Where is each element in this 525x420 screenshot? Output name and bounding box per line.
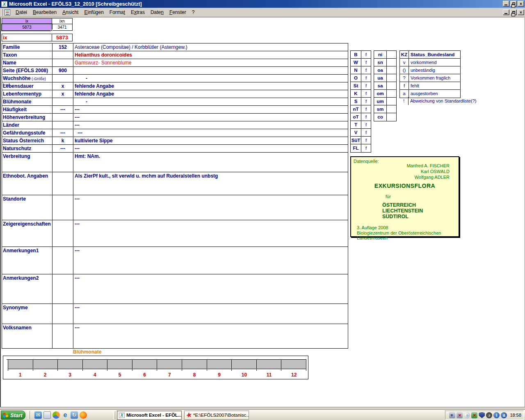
- menu-bearbeiten[interactable]: Bearbeiten: [30, 9, 59, 16]
- bland-row: Of: [351, 74, 371, 82]
- bland-row: Nf: [351, 66, 371, 74]
- excel-task-icon: X: [119, 413, 125, 418]
- row-standorte: Standorte---: [2, 195, 348, 220]
- workbook-icon[interactable]: [5, 9, 10, 16]
- bland-row: Kf: [351, 90, 371, 98]
- quicklaunch-show-desktop-icon[interactable]: [43, 411, 51, 419]
- bar-month-11: [256, 359, 282, 369]
- region-row: sm: [374, 105, 396, 113]
- excel-app-icon: X: [1, 1, 7, 7]
- bar-month-5: [107, 359, 132, 369]
- worksheet[interactable]: ix ixn 5873 3471 ix 5873 Familie152Aster…: [0, 18, 525, 407]
- row-seite: Seite (EFÖLS 2008)900: [2, 67, 348, 75]
- menu-format[interactable]: Format: [107, 9, 128, 16]
- quicklaunch-mail-icon[interactable]: ✉: [34, 411, 42, 419]
- selection-fill-handle[interactable]: [51, 30, 52, 31]
- excel-window: X Microsoft Excel - EFÖLS3_12_2010 [Schr…: [0, 0, 525, 420]
- taskbar-separator: [113, 411, 115, 419]
- ix-display-label[interactable]: ix: [2, 34, 52, 41]
- kz-row: ()unbeständig: [400, 66, 460, 74]
- tray-antivirus-icon[interactable]: ✕: [471, 412, 477, 418]
- region-row: sa: [374, 82, 396, 90]
- ix-header-cell[interactable]: ix: [2, 18, 52, 24]
- region-row: om: [374, 90, 396, 98]
- quicklaunch-firefox-icon[interactable]: [80, 411, 87, 419]
- bar-month-7: [157, 359, 182, 369]
- tray-info-icon[interactable]: i: [493, 412, 500, 418]
- bundesland-status-table: Bf Wf Nf Of Stf Kf Sf nTf oTf Tf Vf SüTf…: [350, 50, 371, 153]
- bland-row: Bf: [351, 51, 371, 59]
- doc-minimize-button[interactable]: [503, 9, 509, 15]
- book-title: EXKURSIONSFLORA: [351, 183, 459, 189]
- ixn-value-cell[interactable]: 3471: [52, 24, 73, 31]
- row-name: NameGamswurz- Sonnenblume: [2, 59, 348, 67]
- bland-row: nTf: [351, 105, 371, 113]
- datenquelle-title: Datenquelle:: [354, 159, 379, 164]
- quicklaunch-internet-explorer-icon[interactable]: e: [62, 411, 69, 419]
- close-button[interactable]: ×: [518, 1, 524, 7]
- bar-month-6: [132, 359, 158, 369]
- quicklaunch-media-player-icon[interactable]: [52, 411, 60, 419]
- taskbar-clock[interactable]: 18:58: [510, 413, 521, 418]
- menu-hilfe[interactable]: ?: [189, 9, 198, 16]
- menu-fenster[interactable]: Fenster: [167, 9, 189, 16]
- tray-magnifier-icon[interactable]: ○: [464, 412, 470, 418]
- row-volksnamen: Volksnamen---: [2, 324, 348, 348]
- bar-month-9: [207, 359, 232, 369]
- region-row: ua: [374, 74, 396, 82]
- restore-button[interactable]: [510, 1, 517, 7]
- row-hoehenverbreitung: Höhenverbreitung---: [2, 114, 348, 121]
- minimize-button[interactable]: [503, 1, 509, 7]
- bar-month-2: [33, 359, 58, 369]
- tray-network-signal-icon[interactable]: ᯤ: [449, 412, 455, 418]
- bar-month-10: [231, 359, 257, 369]
- bland-row: SüTf: [351, 137, 371, 144]
- task-button-botanisc[interactable]: *E:\EFÖLS2007\Botanisc...: [184, 411, 249, 420]
- region-row: um: [374, 98, 396, 105]
- tray-a-icon[interactable]: a: [501, 412, 507, 418]
- book-regions: ÖSTERREICH LIECHTENSTEIN SÜDTIROL: [382, 202, 423, 219]
- tray-volume-icon[interactable]: ♪: [486, 412, 492, 418]
- kz-row: aausgestorben: [400, 90, 460, 98]
- row-lebensdauer: Lebensdauerxfehlende Angabe: [2, 82, 348, 90]
- start-button[interactable]: Start: [1, 411, 25, 420]
- bar-month-8: [182, 359, 207, 369]
- book-fuer: für: [386, 194, 391, 199]
- row-synonyme: Synonyme---: [2, 304, 348, 324]
- tray-network-disconnected-icon[interactable]: ✕: [457, 412, 463, 418]
- chart-bars: [8, 359, 306, 369]
- quicklaunch-outlook-icon[interactable]: ↻: [71, 411, 78, 419]
- row-taxon: TaxonHelianthus doronicoides: [2, 51, 348, 59]
- menu-daten[interactable]: Daten: [148, 9, 167, 16]
- bluehmonate-chart[interactable]: 1 2 3 4 5 6 7 8 9 10 11 12: [3, 356, 308, 379]
- book-edition: 3. Auflage 2008: [357, 225, 388, 230]
- kz-row: ffehlt: [400, 82, 460, 90]
- menu-extras[interactable]: Extras: [128, 9, 148, 16]
- bland-row: Stf: [351, 82, 371, 90]
- region-row: sn: [374, 59, 396, 66]
- x-axis-ticks: [8, 369, 306, 371]
- ixn-header-cell[interactable]: ixn: [52, 18, 73, 24]
- datenquelle-box: Datenquelle: Manfred A. FISCHER Karl OSW…: [350, 156, 459, 237]
- tray-shield-icon[interactable]: [479, 412, 485, 418]
- row-zeigereigenschaften: Zeigereigenschaften---: [2, 220, 348, 247]
- task-button-excel[interactable]: X Microsoft Excel - EFÖL...: [117, 411, 182, 420]
- title-bar[interactable]: X Microsoft Excel - EFÖLS3_12_2010 [Schr…: [0, 0, 525, 8]
- row-lebenformentyp: Lebenformentypxfehlende Angabe: [2, 90, 348, 98]
- menu-einfuegen[interactable]: Einfügen: [81, 9, 106, 16]
- menu-ansicht[interactable]: Ansicht: [59, 9, 81, 16]
- ix-value-cell-selected[interactable]: 5873: [2, 24, 52, 31]
- menu-datei[interactable]: Datei: [13, 9, 30, 16]
- species-form-table: Familie152Asteraceae (Compositae) / Korb…: [2, 43, 348, 349]
- menu-bar: Datei Bearbeiten Ansicht Einfügen Format…: [0, 8, 525, 17]
- x-axis-labels: 1 2 3 4 5 6 7 8 9 10 11 12: [8, 372, 306, 378]
- kz-row: vvorkommend: [400, 59, 460, 66]
- bland-row: Wf: [351, 59, 371, 66]
- doc-restore-button[interactable]: [510, 9, 517, 15]
- toolbar-grip[interactable]: [1, 9, 2, 16]
- doc-close-button[interactable]: ×: [518, 9, 524, 15]
- row-laender: Länder---: [2, 121, 348, 129]
- ix-ixn-table: ix ixn 5873 3471: [2, 18, 73, 31]
- datenquelle-authors: Manfred A. FISCHER Karl OSWALD Wolfgang …: [406, 163, 450, 180]
- ix-display-value[interactable]: 5873: [52, 34, 73, 41]
